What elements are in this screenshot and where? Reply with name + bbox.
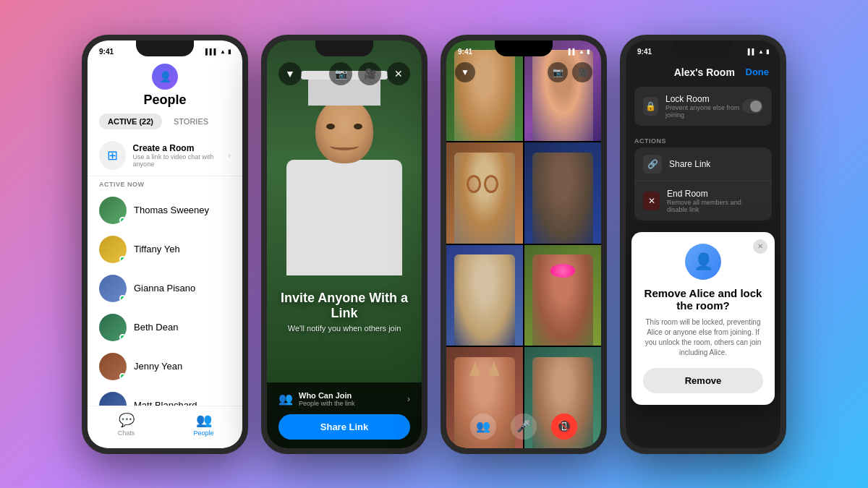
phone-1: 9:41 ▌▌▌ ▲ ▮ 👤 People ACTIVE (22) STORIE… [82,35,248,454]
tab-stories[interactable]: STORIES [168,114,214,129]
video-cell-3 [446,142,523,244]
done-button[interactable]: Done [746,67,770,77]
alice-avatar: 👤 [685,244,721,280]
create-room-row[interactable]: ⊞ Create a Room Use a link to video chat… [88,135,242,176]
close-button[interactable]: ✕ [387,62,410,85]
user-avatar[interactable]: 👤 [152,64,178,90]
status-icons-3: ▌▌ ▲ ▮ [569,48,590,55]
tab-active[interactable]: ACTIVE (22) [99,114,162,129]
end-room-text: End Room Remove all members and disable … [667,189,763,213]
back-button[interactable]: ▼ [278,62,302,85]
nav-people[interactable]: 👥 People [165,412,242,437]
top-actions: 📷 🎥 [548,62,592,82]
contact-avatar-jenny [99,353,127,380]
phones-container: 9:41 ▌▌▌ ▲ ▮ 👤 People ACTIVE (22) STORIE… [67,20,801,468]
bottom-nav: 💬 Chats 👥 People [88,406,242,448]
back-button[interactable]: ▼ [455,62,475,82]
person-photo [286,98,402,315]
dialog-body: This room will be locked, preventing Ali… [643,317,763,358]
group-icon: 👥 [278,392,293,406]
end-call-button[interactable]: 📵 [551,414,577,440]
lock-room-toggle[interactable] [742,99,763,114]
actions-section: 🔗 Share Link ✕ End Room Remove all membe… [634,147,772,221]
contact-name-jenny: Jenny Yean [134,361,182,372]
contact-name-tiffany: Tiffany Yeh [134,244,180,254]
create-room-icon: ⊞ [99,141,126,170]
who-can-join-row[interactable]: 👥 Who Can Join People with the link › [278,391,410,407]
status-icons-1: ▌▌▌ ▲ ▮ [205,48,231,55]
notch-1 [136,40,194,56]
phone-4: 9:41 ▌▌ ▲ ▮ Alex's Room Done 🔒 Lock Room… [620,35,786,454]
phone2-bottom: 👥 Who Can Join People with the link › Sh… [267,382,422,448]
share-link-row[interactable]: 🔗 Share Link [634,147,772,181]
actions-section-title: ACTIONS [626,132,780,147]
wifi-icon: ▲ [579,48,584,55]
phone4-header: Alex's Room Done [626,61,780,87]
contact-row-thomas[interactable]: Thomas Sweeney [88,191,242,230]
lock-room-label: Lock Room [665,94,742,104]
video-cell-5 [446,245,523,346]
page-title: People [88,93,242,108]
create-room-subtitle: Use a link to video chat with anyone [133,153,228,168]
participants-button[interactable]: 👥 [470,414,496,440]
dialog-close-button[interactable]: ✕ [753,239,767,254]
remove-alice-dialog: ✕ 👤 Remove Alice and lock the room? This… [631,232,775,405]
share-link-label: Share Link [669,159,710,169]
camera-flip-button[interactable]: 📷 [329,62,352,85]
contact-row-beth[interactable]: Beth Dean [88,308,242,347]
create-room-text: Create a Room Use a link to video chat w… [133,143,228,168]
invite-subtitle: We'll notify you when others join [267,324,422,333]
ar-filter [467,175,503,193]
contact-avatar-tiffany [99,236,127,263]
battery-icon: ▮ [228,48,231,55]
people-icon: 👥 [196,412,212,428]
left-ear [469,361,481,376]
lock-room-text: Lock Room Prevent anyone else from joini… [665,94,742,119]
video-icon[interactable]: 🎥 [572,62,592,82]
battery-icon: ▮ [766,48,769,55]
participant-3 [454,153,516,244]
notch-3 [495,40,553,56]
contact-row-tiffany[interactable]: Tiffany Yeh [88,230,242,269]
phone3-top-bar: ▼ 📷 🎥 [446,62,601,82]
video-cell-4 [524,142,601,244]
right-ear [488,361,500,376]
nav-chats[interactable]: 💬 Chats [88,412,165,437]
phone1-header: 👤 People [88,61,242,114]
contact-name-thomas: Thomas Sweeney [134,205,209,215]
left-eye [326,124,335,129]
lock-room-row[interactable]: 🔒 Lock Room Prevent anyone else from joi… [634,87,772,126]
phone3-bottom-bar: 👥 🎤 📵 [446,414,601,440]
phone2-top-bar: ▼ 📷 🎥 ✕ [267,62,422,85]
remove-button[interactable]: Remove [643,368,763,393]
tabs-row: ACTIVE (22) STORIES [88,114,242,129]
create-room-title: Create a Room [133,143,228,153]
contact-row-gianna[interactable]: Gianna Pisano [88,269,242,308]
online-indicator [119,334,126,341]
participant-6 [532,254,594,346]
video-button[interactable]: 🎥 [358,62,381,85]
signal-icon: ▌▌▌ [205,48,218,55]
signal-icon: ▌▌ [569,48,576,55]
status-icons-4: ▌▌ ▲ ▮ [748,48,769,55]
share-link-button[interactable]: Share Link [278,414,410,440]
end-room-row[interactable]: ✕ End Room Remove all members and disabl… [634,181,772,221]
camera-icon[interactable]: 📷 [548,62,568,82]
person-body [286,160,402,275]
video-cell-6 [524,245,601,346]
end-room-label: End Room [667,189,763,199]
phone-3: 9:41 ▌▌ ▲ ▮ ▼ 📷 🎥 👥 🎤 📵 [441,35,607,454]
left-lens [467,175,481,193]
online-indicator [119,217,126,223]
who-label: Who Can Join [299,391,355,400]
contact-row-jenny[interactable]: Jenny Yean [88,347,242,386]
mute-button[interactable]: 🎤 [511,414,537,440]
who-text: Who Can Join People with the link [299,391,355,407]
video-grid [446,40,601,448]
battery-icon: ▮ [587,48,590,55]
end-room-icon: ✕ [643,192,660,210]
lock-room-section: 🔒 Lock Room Prevent anyone else from joi… [634,87,772,126]
cat-filter [469,361,500,376]
online-indicator [119,256,126,262]
phone-1-screen: 9:41 ▌▌▌ ▲ ▮ 👤 People ACTIVE (22) STORIE… [88,40,242,448]
